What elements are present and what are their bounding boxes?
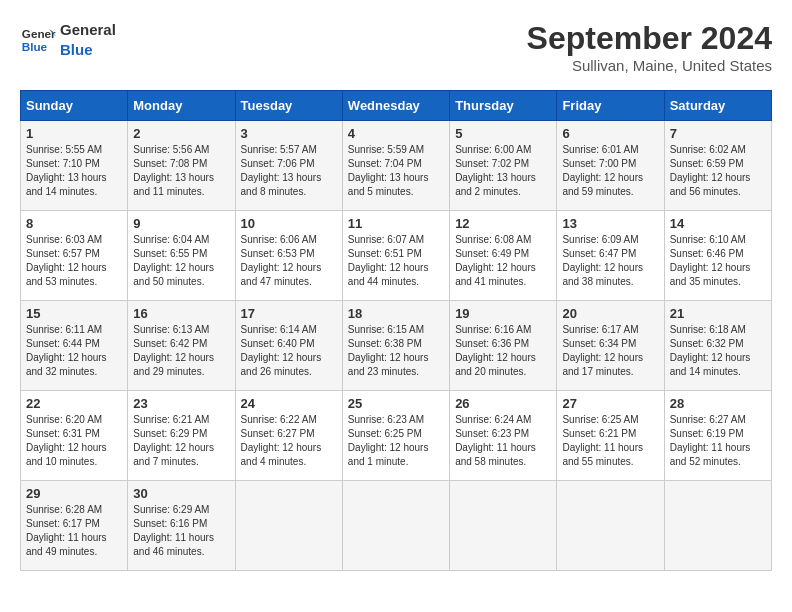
calendar-cell: [235, 481, 342, 571]
day-info: Sunrise: 6:23 AM Sunset: 6:25 PM Dayligh…: [348, 413, 444, 469]
calendar-cell: 4Sunrise: 5:59 AM Sunset: 7:04 PM Daylig…: [342, 121, 449, 211]
calendar-cell: 17Sunrise: 6:14 AM Sunset: 6:40 PM Dayli…: [235, 301, 342, 391]
calendar-cell: [557, 481, 664, 571]
day-info: Sunrise: 6:01 AM Sunset: 7:00 PM Dayligh…: [562, 143, 658, 199]
svg-text:General: General: [22, 27, 56, 40]
day-number: 12: [455, 216, 551, 231]
weekday-header-saturday: Saturday: [664, 91, 771, 121]
calendar-week-row: 8Sunrise: 6:03 AM Sunset: 6:57 PM Daylig…: [21, 211, 772, 301]
weekday-header-sunday: Sunday: [21, 91, 128, 121]
day-number: 2: [133, 126, 229, 141]
calendar-cell: 15Sunrise: 6:11 AM Sunset: 6:44 PM Dayli…: [21, 301, 128, 391]
day-info: Sunrise: 6:11 AM Sunset: 6:44 PM Dayligh…: [26, 323, 122, 379]
day-number: 20: [562, 306, 658, 321]
weekday-header-wednesday: Wednesday: [342, 91, 449, 121]
day-info: Sunrise: 6:06 AM Sunset: 6:53 PM Dayligh…: [241, 233, 337, 289]
calendar-week-row: 1Sunrise: 5:55 AM Sunset: 7:10 PM Daylig…: [21, 121, 772, 211]
day-info: Sunrise: 6:08 AM Sunset: 6:49 PM Dayligh…: [455, 233, 551, 289]
day-info: Sunrise: 5:56 AM Sunset: 7:08 PM Dayligh…: [133, 143, 229, 199]
day-number: 13: [562, 216, 658, 231]
calendar-cell: 18Sunrise: 6:15 AM Sunset: 6:38 PM Dayli…: [342, 301, 449, 391]
calendar-table: SundayMondayTuesdayWednesdayThursdayFrid…: [20, 90, 772, 571]
day-number: 7: [670, 126, 766, 141]
calendar-cell: 24Sunrise: 6:22 AM Sunset: 6:27 PM Dayli…: [235, 391, 342, 481]
day-number: 1: [26, 126, 122, 141]
day-info: Sunrise: 6:17 AM Sunset: 6:34 PM Dayligh…: [562, 323, 658, 379]
page-header: General Blue General Blue September 2024…: [20, 20, 772, 74]
calendar-week-row: 15Sunrise: 6:11 AM Sunset: 6:44 PM Dayli…: [21, 301, 772, 391]
calendar-cell: 13Sunrise: 6:09 AM Sunset: 6:47 PM Dayli…: [557, 211, 664, 301]
day-number: 17: [241, 306, 337, 321]
day-number: 9: [133, 216, 229, 231]
day-number: 27: [562, 396, 658, 411]
day-info: Sunrise: 6:15 AM Sunset: 6:38 PM Dayligh…: [348, 323, 444, 379]
day-info: Sunrise: 6:03 AM Sunset: 6:57 PM Dayligh…: [26, 233, 122, 289]
calendar-cell: 28Sunrise: 6:27 AM Sunset: 6:19 PM Dayli…: [664, 391, 771, 481]
calendar-cell: 6Sunrise: 6:01 AM Sunset: 7:00 PM Daylig…: [557, 121, 664, 211]
calendar-header: SundayMondayTuesdayWednesdayThursdayFrid…: [21, 91, 772, 121]
calendar-cell: 10Sunrise: 6:06 AM Sunset: 6:53 PM Dayli…: [235, 211, 342, 301]
day-info: Sunrise: 6:28 AM Sunset: 6:17 PM Dayligh…: [26, 503, 122, 559]
calendar-cell: 30Sunrise: 6:29 AM Sunset: 6:16 PM Dayli…: [128, 481, 235, 571]
calendar-cell: 22Sunrise: 6:20 AM Sunset: 6:31 PM Dayli…: [21, 391, 128, 481]
day-info: Sunrise: 6:13 AM Sunset: 6:42 PM Dayligh…: [133, 323, 229, 379]
day-info: Sunrise: 5:57 AM Sunset: 7:06 PM Dayligh…: [241, 143, 337, 199]
day-number: 8: [26, 216, 122, 231]
calendar-cell: 8Sunrise: 6:03 AM Sunset: 6:57 PM Daylig…: [21, 211, 128, 301]
day-number: 15: [26, 306, 122, 321]
calendar-cell: 7Sunrise: 6:02 AM Sunset: 6:59 PM Daylig…: [664, 121, 771, 211]
calendar-cell: 16Sunrise: 6:13 AM Sunset: 6:42 PM Dayli…: [128, 301, 235, 391]
title-area: September 2024 Sullivan, Maine, United S…: [527, 20, 772, 74]
day-info: Sunrise: 6:02 AM Sunset: 6:59 PM Dayligh…: [670, 143, 766, 199]
day-info: Sunrise: 6:22 AM Sunset: 6:27 PM Dayligh…: [241, 413, 337, 469]
day-number: 25: [348, 396, 444, 411]
day-info: Sunrise: 5:55 AM Sunset: 7:10 PM Dayligh…: [26, 143, 122, 199]
calendar-cell: 23Sunrise: 6:21 AM Sunset: 6:29 PM Dayli…: [128, 391, 235, 481]
calendar-cell: 3Sunrise: 5:57 AM Sunset: 7:06 PM Daylig…: [235, 121, 342, 211]
calendar-cell: 9Sunrise: 6:04 AM Sunset: 6:55 PM Daylig…: [128, 211, 235, 301]
calendar-cell: 1Sunrise: 5:55 AM Sunset: 7:10 PM Daylig…: [21, 121, 128, 211]
day-info: Sunrise: 6:18 AM Sunset: 6:32 PM Dayligh…: [670, 323, 766, 379]
calendar-cell: [664, 481, 771, 571]
day-info: Sunrise: 6:14 AM Sunset: 6:40 PM Dayligh…: [241, 323, 337, 379]
calendar-cell: 5Sunrise: 6:00 AM Sunset: 7:02 PM Daylig…: [450, 121, 557, 211]
calendar-cell: 11Sunrise: 6:07 AM Sunset: 6:51 PM Dayli…: [342, 211, 449, 301]
day-info: Sunrise: 6:21 AM Sunset: 6:29 PM Dayligh…: [133, 413, 229, 469]
svg-text:Blue: Blue: [22, 39, 48, 52]
month-title: September 2024: [527, 20, 772, 57]
calendar-week-row: 22Sunrise: 6:20 AM Sunset: 6:31 PM Dayli…: [21, 391, 772, 481]
calendar-cell: 21Sunrise: 6:18 AM Sunset: 6:32 PM Dayli…: [664, 301, 771, 391]
day-info: Sunrise: 6:07 AM Sunset: 6:51 PM Dayligh…: [348, 233, 444, 289]
weekday-header-friday: Friday: [557, 91, 664, 121]
calendar-cell: 14Sunrise: 6:10 AM Sunset: 6:46 PM Dayli…: [664, 211, 771, 301]
day-number: 26: [455, 396, 551, 411]
day-info: Sunrise: 6:29 AM Sunset: 6:16 PM Dayligh…: [133, 503, 229, 559]
day-number: 11: [348, 216, 444, 231]
day-number: 16: [133, 306, 229, 321]
weekday-header-tuesday: Tuesday: [235, 91, 342, 121]
day-number: 18: [348, 306, 444, 321]
day-info: Sunrise: 6:16 AM Sunset: 6:36 PM Dayligh…: [455, 323, 551, 379]
weekday-header-monday: Monday: [128, 91, 235, 121]
day-number: 5: [455, 126, 551, 141]
location-title: Sullivan, Maine, United States: [527, 57, 772, 74]
day-info: Sunrise: 6:20 AM Sunset: 6:31 PM Dayligh…: [26, 413, 122, 469]
day-number: 14: [670, 216, 766, 231]
day-info: Sunrise: 6:09 AM Sunset: 6:47 PM Dayligh…: [562, 233, 658, 289]
weekday-header-thursday: Thursday: [450, 91, 557, 121]
day-number: 22: [26, 396, 122, 411]
day-number: 10: [241, 216, 337, 231]
day-info: Sunrise: 6:27 AM Sunset: 6:19 PM Dayligh…: [670, 413, 766, 469]
day-number: 4: [348, 126, 444, 141]
day-number: 24: [241, 396, 337, 411]
day-number: 6: [562, 126, 658, 141]
calendar-cell: [450, 481, 557, 571]
day-number: 21: [670, 306, 766, 321]
day-info: Sunrise: 6:24 AM Sunset: 6:23 PM Dayligh…: [455, 413, 551, 469]
day-info: Sunrise: 5:59 AM Sunset: 7:04 PM Dayligh…: [348, 143, 444, 199]
day-number: 29: [26, 486, 122, 501]
calendar-cell: 12Sunrise: 6:08 AM Sunset: 6:49 PM Dayli…: [450, 211, 557, 301]
logo-general: General: [60, 20, 116, 40]
day-number: 3: [241, 126, 337, 141]
calendar-cell: 19Sunrise: 6:16 AM Sunset: 6:36 PM Dayli…: [450, 301, 557, 391]
